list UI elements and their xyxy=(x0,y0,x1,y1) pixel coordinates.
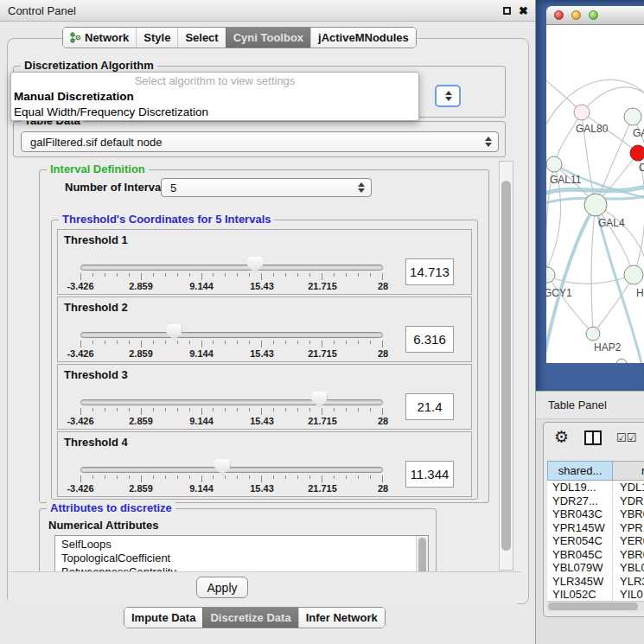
network-edge xyxy=(547,275,634,284)
numerical-attributes-list[interactable]: SelfLoopsTopologicalCoefficientBetweenne… xyxy=(54,535,429,572)
interval-definition-title: Interval Definition xyxy=(47,163,149,176)
network-node-ga[interactable] xyxy=(624,108,641,125)
combo-arrows-icon xyxy=(445,91,452,101)
network-node-hap2[interactable] xyxy=(586,327,600,341)
table-row[interactable]: YER054C YER0 xyxy=(547,534,644,548)
tab-cyni-toolbox[interactable]: Cyni Toolbox xyxy=(226,28,310,48)
float-window-icon[interactable] xyxy=(503,7,511,15)
network-node-gal4[interactable] xyxy=(584,194,607,216)
zoom-traffic-light-icon[interactable] xyxy=(589,10,598,20)
threshold-slider-track[interactable] xyxy=(80,265,383,271)
threshold-slider-thumb[interactable] xyxy=(311,392,327,408)
combo-arrows-icon xyxy=(485,137,492,147)
network-edge xyxy=(591,205,596,334)
network-node-h[interactable] xyxy=(624,265,643,284)
tab-select[interactable]: Select xyxy=(177,28,225,48)
apply-button[interactable]: Apply xyxy=(196,577,248,598)
tab-style[interactable]: Style xyxy=(136,28,177,48)
network-canvas[interactable]: GAL80GACGAL11GAL4GCY1HHAP2 xyxy=(546,25,644,363)
column-header-name[interactable]: na xyxy=(613,461,644,481)
attribute-item[interactable]: SelfLoops xyxy=(55,538,428,552)
control-panel-titlebar: Control Panel ✖ xyxy=(0,0,535,22)
interval-definition-group: Interval Definition Number of Intervals … xyxy=(39,169,489,503)
tab-discretize-data[interactable]: Discretize Data xyxy=(202,608,297,628)
threshold-panel-1: Threshold 1 -3.4262.8599.14415.4321.7152… xyxy=(57,229,472,295)
slider-tick-labels: -3.4262.8599.14415.4321.71528 xyxy=(80,416,383,427)
attribute-item[interactable]: TopologicalCoefficient xyxy=(55,552,428,565)
tab-infer-network[interactable]: Infer Network xyxy=(298,608,385,628)
threshold-label: Threshold 3 xyxy=(64,368,128,381)
node-label: GAL11 xyxy=(550,174,582,186)
table-horizontal-scrollbar[interactable] xyxy=(547,601,644,611)
table-row[interactable]: YLR345W YLR3 xyxy=(547,575,644,589)
close-traffic-light-icon[interactable] xyxy=(554,10,564,20)
settings-vertical-scrollbar[interactable] xyxy=(499,161,513,571)
scrollbar-thumb[interactable] xyxy=(418,538,426,572)
popup-item-equal-width-frequency[interactable]: Equal Width/Frequency Discretization xyxy=(11,105,418,120)
algorithm-dropdown-popup: Select algorithm to view settings Manual… xyxy=(10,72,419,121)
close-icon[interactable]: ✖ xyxy=(519,0,528,22)
threshold-slider-thumb[interactable] xyxy=(166,324,182,341)
threshold-slider-thumb[interactable] xyxy=(247,257,263,273)
threshold-slider-track[interactable] xyxy=(80,399,383,405)
column-header-shared[interactable]: shared... xyxy=(547,461,613,481)
discretization-algorithm-title: Discretization Algorithm xyxy=(21,59,157,73)
threshold-value-field[interactable]: 21.4 xyxy=(405,393,454,420)
table-row[interactable]: YBR043C YBR0 xyxy=(547,507,644,521)
table-row[interactable]: YDR27... YDR2 xyxy=(547,494,644,508)
window-title: Control Panel xyxy=(8,4,76,17)
table-row[interactable]: YBL079W YBL0 xyxy=(547,561,644,575)
threshold-value-field[interactable]: 14.713 xyxy=(405,258,454,285)
column-layout-icon[interactable] xyxy=(584,430,602,445)
slider-ticks xyxy=(80,475,383,483)
slider-ticks xyxy=(80,273,383,281)
attributes-to-discretize-title: Attributes to discretize xyxy=(47,501,175,515)
network-node-gcy1[interactable] xyxy=(546,267,555,283)
attributes-to-discretize-group: Attributes to discretize Numerical Attri… xyxy=(39,508,437,572)
minimize-traffic-light-icon[interactable] xyxy=(571,10,581,20)
slider-ticks xyxy=(80,408,383,416)
tab-jactivemnodules[interactable]: jActiveMNodules xyxy=(310,28,416,48)
table-panel-title: Table Panel xyxy=(548,399,607,411)
threshold-label: Threshold 4 xyxy=(64,436,128,449)
network-node-gal11[interactable] xyxy=(546,156,562,172)
table-row[interactable]: YBR045C YBR0 xyxy=(547,548,644,562)
network-node-c[interactable] xyxy=(630,145,644,161)
network-view-window: GAL80GACGAL11GAL4GCY1HHAP2 xyxy=(536,0,644,391)
scrollbar-thumb[interactable] xyxy=(548,603,638,610)
table-data-selected-value: galFiltered.sif default node xyxy=(30,136,162,149)
threshold-slider-thumb[interactable] xyxy=(214,459,230,475)
threshold-coordinates-group: Threshold's Coordinates for 5 Intervals … xyxy=(51,220,478,500)
threshold-label: Threshold 1 xyxy=(64,233,128,246)
table-row[interactable]: YDL19... YDL1 xyxy=(547,481,644,494)
select-columns-icon[interactable]: ☑☑ xyxy=(616,431,636,444)
threshold-slider-track[interactable] xyxy=(80,332,383,338)
table-row[interactable]: YIL052C YIL0 xyxy=(547,588,644,601)
table-data-combobox[interactable]: galFiltered.sif default node xyxy=(21,131,499,152)
network-node[interactable] xyxy=(616,359,627,363)
number-of-intervals-combobox[interactable]: 5 xyxy=(161,178,372,197)
network-node-gal80[interactable] xyxy=(574,105,590,120)
popup-item-manual-discretization[interactable]: Manual Discretization xyxy=(11,89,418,105)
slider-tick-labels: -3.4262.8599.14415.4321.71528 xyxy=(80,348,383,360)
algorithm-combobox[interactable] xyxy=(435,85,461,107)
tab-network[interactable]: Network xyxy=(63,28,136,48)
threshold-slider-track[interactable] xyxy=(80,467,383,473)
control-panel-tab-bar: NetworkStyleSelectCyni ToolboxjActiveMNo… xyxy=(62,27,417,48)
right-panels: GAL80GACGAL11GAL4GCY1HHAP2 Table Panel ⚙… xyxy=(536,0,644,644)
node-label: GAL80 xyxy=(576,123,609,135)
threshold-coordinates-title: Threshold's Coordinates for 5 Intervals xyxy=(59,213,274,226)
slider-tick-labels: -3.4262.8599.14415.4321.71528 xyxy=(80,281,383,292)
node-label: C xyxy=(639,162,644,174)
number-of-intervals-value: 5 xyxy=(170,182,176,194)
threshold-value-field[interactable]: 6.316 xyxy=(405,326,454,353)
numerical-attributes-label: Numerical Attributes xyxy=(48,519,158,532)
scrollbar-thumb[interactable] xyxy=(501,181,511,551)
table-row[interactable]: YPR145W YPR1 xyxy=(547,521,644,535)
gear-icon[interactable]: ⚙ xyxy=(554,429,569,445)
network-window-titlebar[interactable] xyxy=(546,6,644,25)
tab-impute-data[interactable]: Impute Data xyxy=(124,608,202,628)
threshold-value-field[interactable]: 11.344 xyxy=(405,461,454,488)
attributes-list-scrollbar[interactable] xyxy=(416,536,428,572)
threshold-label: Threshold 2 xyxy=(64,301,128,314)
